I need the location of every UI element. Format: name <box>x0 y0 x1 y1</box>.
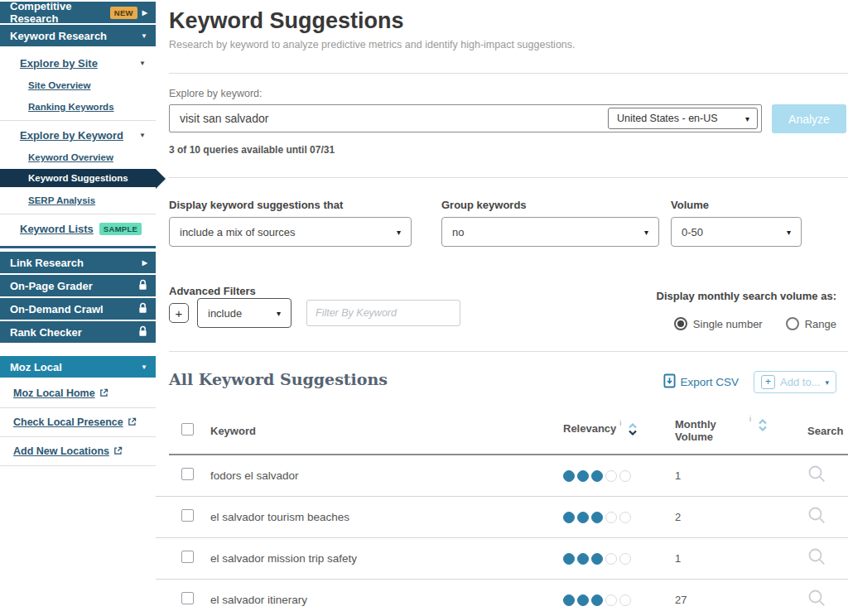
search-icon[interactable] <box>807 506 848 528</box>
relevancy-dot-empty <box>619 470 631 482</box>
sidebar-item-add-new-locations[interactable]: Add New Locations <box>0 437 156 466</box>
row-checkbox[interactable] <box>181 551 194 563</box>
query-quota-text: 3 of 10 queries available until 07/31 <box>169 144 335 156</box>
external-link-icon <box>128 415 137 430</box>
sidebar-item-ranking-keywords[interactable]: Ranking Keywords <box>0 95 156 117</box>
sidebar-item-on-page-grader[interactable]: On-Page Grader <box>0 275 156 296</box>
info-icon[interactable]: i <box>749 415 751 423</box>
site-overview-link[interactable]: Site Overview <box>28 80 90 90</box>
sidebar-item-keyword-research[interactable]: Keyword Research ▼ <box>0 25 156 46</box>
keyword-lists-link[interactable]: Keyword Lists <box>20 223 94 235</box>
include-exclude-select[interactable]: include ▾ <box>197 298 292 328</box>
external-link-icon <box>113 444 123 459</box>
keyword-search-input[interactable]: visit san salvador United States - en-US… <box>169 104 762 132</box>
export-csv-button[interactable]: Export CSV <box>663 373 740 391</box>
keyword-overview-link[interactable]: Keyword Overview <box>28 152 113 162</box>
relevancy-dot-filled <box>577 470 589 482</box>
relevancy-dot-filled <box>563 594 575 606</box>
caret-down-icon: ▾ <box>644 228 648 237</box>
sidebar-item-keyword-lists[interactable]: Keyword Lists SAMPLE <box>0 218 156 239</box>
sidebar-item-keyword-overview[interactable]: Keyword Overview <box>0 146 156 167</box>
row-checkbox[interactable] <box>181 592 194 604</box>
radio-single-number[interactable]: Single number <box>674 317 763 330</box>
ranking-keywords-link[interactable]: Ranking Keywords <box>28 102 114 112</box>
filter-by-keyword-input[interactable] <box>306 300 460 326</box>
row-checkbox[interactable] <box>181 468 194 480</box>
search-icon[interactable] <box>807 547 848 570</box>
radio-unselected-icon[interactable] <box>786 317 799 330</box>
sidebar-item-serp-analysis[interactable]: SERP Analysis <box>0 189 156 210</box>
sidebar-item-site-overview[interactable]: Site Overview <box>0 74 156 95</box>
spacer <box>0 344 156 356</box>
chevron-down-icon: ▼ <box>141 32 147 40</box>
sidebar-item-rank-checker[interactable]: Rank Checker <box>0 321 156 343</box>
relevancy-dot-empty <box>605 594 617 606</box>
suggestion-source-value: include a mix of sources <box>180 226 397 238</box>
chevron-down-icon: ▼ <box>141 363 147 371</box>
include-exclude-value: include <box>208 307 277 320</box>
sidebar-item-label: On-Demand Crawl <box>10 303 104 315</box>
relevancy-dots <box>563 470 675 482</box>
add-filter-button[interactable]: + <box>169 303 189 323</box>
sidebar-item-explore-by-site[interactable]: Explore by Site ▼ <box>0 52 156 74</box>
add-to-button[interactable]: + Add to... ▾ <box>754 371 836 393</box>
sidebar-item-keyword-suggestions-selected[interactable]: Keyword Suggestions <box>0 169 156 187</box>
chevron-down-icon[interactable]: ▼ <box>139 60 146 67</box>
search-icon[interactable] <box>807 589 848 611</box>
page-subtitle: Research by keyword to analyze predictiv… <box>169 39 576 51</box>
sidebar-item-explore-by-keyword[interactable]: Explore by Keyword ▼ <box>0 124 156 146</box>
add-to-label: Add to... <box>780 376 820 388</box>
serp-analysis-link[interactable]: SERP Analysis <box>28 195 95 205</box>
radio-selected-icon[interactable] <box>674 317 687 330</box>
info-icon[interactable]: i <box>619 419 621 427</box>
analyze-button[interactable]: Analyze <box>772 104 846 133</box>
sidebar-item-link-research[interactable]: Link Research ▶ <box>0 252 156 273</box>
sidebar-item-on-demand-crawl[interactable]: On-Demand Crawl <box>0 298 156 320</box>
relevancy-dot-filled <box>591 470 603 482</box>
relevancy-dot-filled <box>577 512 589 523</box>
column-label: Monthly Volume <box>675 418 723 443</box>
column-header-monthly-volume[interactable]: Monthly Volume i <box>675 418 807 443</box>
row-checkbox[interactable] <box>181 509 194 522</box>
sidebar-item-label: Rank Checker <box>10 326 82 339</box>
suggestion-source-select[interactable]: include a mix of sources ▾ <box>169 217 412 247</box>
column-header-keyword[interactable]: Keyword <box>210 425 563 437</box>
add-new-locations-link[interactable]: Add New Locations <box>13 445 109 457</box>
display-suggestions-label: Display keyword suggestions that <box>169 199 343 211</box>
sidebar-item-moz-local[interactable]: Moz Local ▼ <box>0 356 156 378</box>
radio-range[interactable]: Range <box>786 317 836 330</box>
moz-local-home-link[interactable]: Moz Local Home <box>13 387 95 399</box>
table-row: el salvador itinerary 27 <box>156 580 848 616</box>
caret-down-icon: ▾ <box>277 309 281 318</box>
volume-cell: 1 <box>675 552 807 565</box>
sort-icon-monthly-volume[interactable] <box>758 418 768 435</box>
volume-select[interactable]: 0-50 ▾ <box>671 217 802 247</box>
chevron-down-icon[interactable]: ▼ <box>139 132 146 139</box>
group-keywords-select[interactable]: no ▾ <box>441 217 659 247</box>
sort-icon-relevancy[interactable] <box>628 422 638 439</box>
volume-cell: 27 <box>675 594 807 606</box>
relevancy-dot-empty <box>619 512 631 523</box>
relevancy-dot-empty <box>605 553 617 565</box>
sidebar-item-check-local-presence[interactable]: Check Local Presence <box>0 408 156 437</box>
sidebar-item-label: Keyword Research <box>10 30 107 42</box>
explore-by-site-link[interactable]: Explore by Site <box>20 57 98 70</box>
column-header-relevancy[interactable]: Relevancy i <box>563 422 675 439</box>
column-label: Search <box>807 425 843 437</box>
volume-display-label: Display monthly search volume as: <box>657 290 836 302</box>
select-all-checkbox[interactable] <box>181 423 194 436</box>
divider <box>169 351 848 352</box>
caret-down-icon: ▾ <box>745 114 749 123</box>
explore-by-keyword-link[interactable]: Explore by Keyword <box>20 129 123 142</box>
relevancy-dot-filled <box>563 512 575 523</box>
locale-select[interactable]: United States - en-US ▾ <box>608 108 758 129</box>
check-local-presence-link[interactable]: Check Local Presence <box>13 416 123 428</box>
divider <box>0 120 156 121</box>
sidebar-item-competitive-research[interactable]: Competitive Research NEW ▶ <box>0 2 156 23</box>
sidebar-item-moz-local-home[interactable]: Moz Local Home <box>0 379 156 408</box>
section-divider <box>0 246 156 248</box>
search-icon[interactable] <box>807 464 848 487</box>
radio-range-label: Range <box>805 318 836 330</box>
group-keywords-label: Group keywords <box>441 199 527 211</box>
column-label: Keyword <box>210 425 256 437</box>
